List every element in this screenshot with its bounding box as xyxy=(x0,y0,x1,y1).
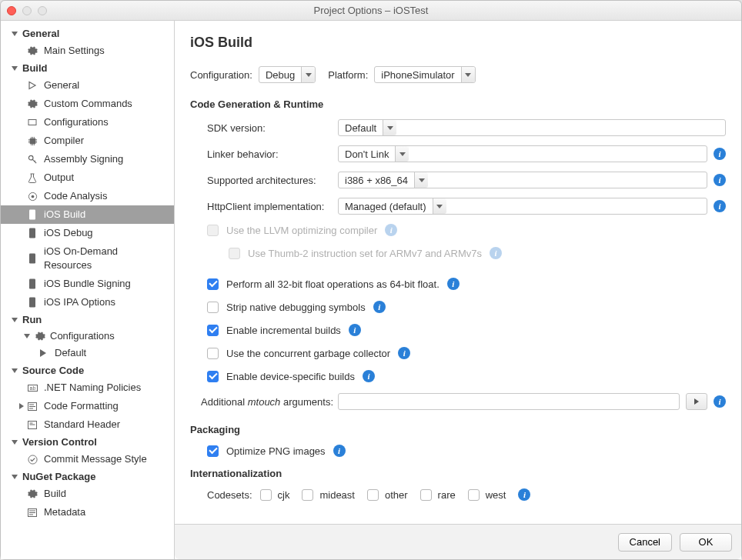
sidebar-section-vc[interactable]: Version Control xyxy=(1,434,174,450)
linker-label: Linker behavior: xyxy=(207,148,338,160)
sidebar-item-label: Assembly Signing xyxy=(44,152,123,166)
platform-label: Platform: xyxy=(328,69,368,81)
sidebar-item-output[interactable]: Output xyxy=(1,168,174,187)
sidebar-section-source[interactable]: Source Code xyxy=(1,362,174,378)
sidebar-item-compiler[interactable]: Compiler xyxy=(1,132,174,150)
info-icon[interactable]: i xyxy=(333,445,346,457)
chevron-down-icon xyxy=(387,126,393,130)
device-checkbox-row: Enable device-specific buildsi xyxy=(190,370,726,382)
sidebar-item-build-general[interactable]: General xyxy=(1,76,174,95)
incremental-checkbox[interactable] xyxy=(207,325,219,336)
float-checkbox[interactable] xyxy=(207,278,219,290)
dropdown-button[interactable] xyxy=(414,172,428,188)
info-icon[interactable]: i xyxy=(447,278,460,290)
window-title: Project Options – iOSTest xyxy=(1,5,741,16)
sidebar-item-nuget-build[interactable]: Build xyxy=(1,485,174,503)
strip-checkbox[interactable] xyxy=(207,302,219,313)
check-circle-icon xyxy=(27,454,38,465)
ok-button[interactable]: OK xyxy=(680,533,732,552)
sidebar-item-assembly-signing[interactable]: Assembly Signing xyxy=(1,150,174,168)
gc-checkbox[interactable] xyxy=(207,348,219,359)
sidebar-item-label: iOS IPA Options xyxy=(44,295,115,309)
dropdown-button[interactable] xyxy=(395,146,409,162)
info-icon[interactable]: i xyxy=(363,370,375,382)
sidebar-item-standard-header[interactable]: Standard Header xyxy=(1,415,174,434)
dropdown-button[interactable] xyxy=(301,67,315,82)
incremental-checkbox-row: Enable incremental buildsi xyxy=(190,324,726,336)
configuration-label: Configuration: xyxy=(190,69,252,81)
http-select[interactable]: Managed (default) xyxy=(338,198,707,215)
configuration-select[interactable]: Debug xyxy=(259,66,316,83)
gear-icon xyxy=(27,98,38,109)
sidebar-item-label: Compiler xyxy=(44,134,84,148)
play-icon xyxy=(27,80,38,91)
codesets-row: Codesets: cjk mideast other rare west i xyxy=(190,488,726,501)
sidebar-item-code-analysis[interactable]: Code Analysis xyxy=(1,187,174,205)
sidebar-item-label: Build xyxy=(44,487,66,501)
codeset-rare-checkbox[interactable] xyxy=(420,489,432,501)
dropdown-button[interactable] xyxy=(433,198,446,214)
select-value: Managed (default) xyxy=(339,198,433,214)
info-icon[interactable]: i xyxy=(714,395,726,408)
arch-select[interactable]: i386 + x86_64 xyxy=(338,172,707,188)
sidebar-item-code-formatting[interactable]: Code Formatting xyxy=(1,397,174,415)
sidebar-item-ios-ipa[interactable]: iOS IPA Options xyxy=(1,293,174,312)
phone-icon xyxy=(27,228,38,238)
sidebar-item-ios-bundle-signing[interactable]: iOS Bundle Signing xyxy=(1,275,174,293)
info-icon[interactable]: i xyxy=(385,224,397,236)
info-icon[interactable]: i xyxy=(373,301,386,313)
codeset-label: rare xyxy=(438,489,456,501)
cancel-button[interactable]: Cancel xyxy=(618,533,672,552)
sidebar-item-ios-debug[interactable]: iOS Debug xyxy=(1,224,174,242)
dropdown-button[interactable] xyxy=(461,67,475,82)
info-icon[interactable]: i xyxy=(518,488,530,501)
sidebar-item-custom-commands[interactable]: Custom Commands xyxy=(1,95,174,113)
sidebar-item-label: iOS Bundle Signing xyxy=(44,277,131,291)
device-label: Enable device-specific builds xyxy=(226,371,355,382)
sidebar-item-label: .NET Naming Policies xyxy=(44,381,141,395)
codeset-other-checkbox[interactable] xyxy=(367,489,379,501)
info-icon[interactable]: i xyxy=(714,200,726,212)
sidebar-item-run-configurations[interactable]: Configurations xyxy=(1,328,174,344)
mtouch-expand-button[interactable] xyxy=(686,393,707,410)
info-icon[interactable]: i xyxy=(349,324,361,336)
phone-icon xyxy=(27,253,38,264)
chevron-down-icon xyxy=(12,368,18,373)
sidebar-item-run-default[interactable]: Default xyxy=(1,344,174,362)
llvm-checkbox-row: Use the LLVM optimizing compileri xyxy=(190,224,726,236)
chevron-down-icon xyxy=(24,334,30,338)
sidebar-section-run[interactable]: Run xyxy=(1,312,174,328)
sidebar-item-commit-style[interactable]: Commit Message Style xyxy=(1,450,174,468)
linker-select[interactable]: Don't Link xyxy=(338,145,707,162)
codeset-mideast-checkbox[interactable] xyxy=(302,489,313,501)
sidebar-item-naming-policies[interactable]: ab.NET Naming Policies xyxy=(1,378,174,397)
sdk-select[interactable]: Default xyxy=(338,119,726,136)
incremental-label: Enable incremental builds xyxy=(226,325,341,336)
codeset-label: other xyxy=(385,489,408,501)
sidebar-item-configurations[interactable]: Configurations xyxy=(1,113,174,132)
sidebar-section-nuget[interactable]: NuGet Package xyxy=(1,468,174,485)
info-icon[interactable]: i xyxy=(398,347,410,359)
sidebar-item-main-settings[interactable]: Main Settings xyxy=(1,42,174,60)
dropdown-button[interactable] xyxy=(383,120,396,135)
info-icon[interactable]: i xyxy=(714,148,726,160)
info-icon[interactable]: i xyxy=(714,174,726,186)
float-label: Perform all 32-bit float operations as 6… xyxy=(226,278,440,290)
platform-select[interactable]: iPhoneSimulator xyxy=(374,66,475,83)
sidebar-section-general[interactable]: General xyxy=(1,25,174,42)
codeset-west-checkbox[interactable] xyxy=(468,489,480,501)
chevron-down-icon xyxy=(12,32,18,36)
sidebar-section-build[interactable]: Build xyxy=(1,60,174,76)
svg-rect-1 xyxy=(29,138,35,143)
chevron-down-icon xyxy=(306,73,312,77)
chevron-right-icon xyxy=(694,398,699,405)
sidebar-item-ios-build[interactable]: iOS Build xyxy=(1,205,174,224)
info-icon[interactable]: i xyxy=(490,247,502,259)
codeset-cjk-checkbox[interactable] xyxy=(260,489,272,501)
project-options-window: Project Options – iOSTest General Main S… xyxy=(0,0,742,560)
device-checkbox[interactable] xyxy=(207,371,219,382)
png-checkbox[interactable] xyxy=(207,445,219,457)
mtouch-input[interactable] xyxy=(338,393,680,410)
sidebar-item-nuget-metadata[interactable]: Metadata xyxy=(1,503,174,522)
sidebar-item-ios-odr[interactable]: iOS On-Demand Resources xyxy=(1,242,174,275)
